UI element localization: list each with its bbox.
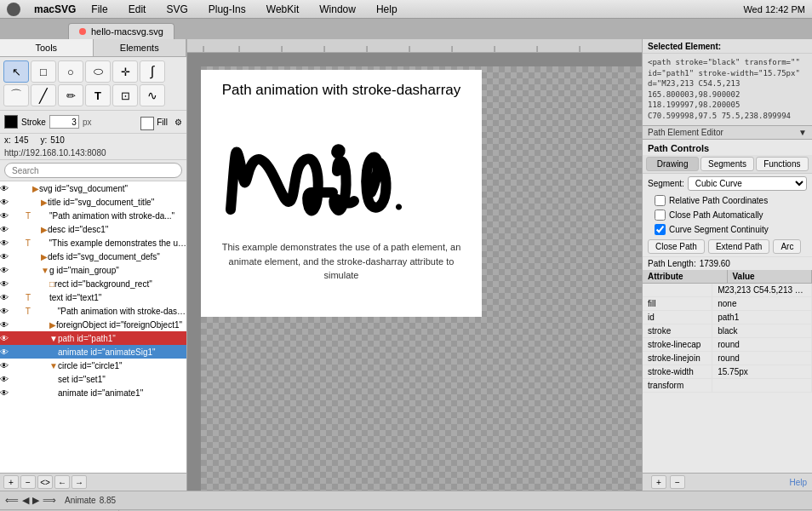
eye-icon: 👁 xyxy=(0,279,17,289)
right-button[interactable]: → xyxy=(71,475,87,489)
expand-icon[interactable]: ▼ xyxy=(798,128,807,137)
svg-document: Path animation with stroke-dasharray . T… xyxy=(201,70,482,317)
tree-label-text: animate id="animate1" xyxy=(32,388,143,398)
panel-tabs: Tools Elements xyxy=(0,39,186,57)
text-tool[interactable]: T xyxy=(85,84,111,106)
close-path-checkbox[interactable] xyxy=(655,210,666,221)
extend-path-button[interactable]: Extend Path xyxy=(708,239,769,254)
attr-row-id[interactable]: id path1 xyxy=(643,311,812,324)
rewind-button[interactable]: ⟸ xyxy=(5,495,19,506)
folder-icon: ▶ xyxy=(32,252,48,261)
play-back-button[interactable]: ◀ xyxy=(22,495,29,506)
attr-row-d[interactable]: M23,213 C54.5,213 165.8... xyxy=(643,284,812,297)
relative-path-checkbox[interactable] xyxy=(655,195,666,206)
tree-row-text[interactable]: 👁 T text id="text1" xyxy=(0,290,186,304)
menu-plugins[interactable]: Plug-Ins xyxy=(203,2,251,17)
tree-row-desc-text[interactable]: 👁 T "This example demonstrates the u..." xyxy=(0,236,186,250)
T-icon: T xyxy=(26,293,32,302)
tree-row-rect[interactable]: 👁 □ rect id="background_rect" xyxy=(0,277,186,290)
pen-tool[interactable]: ✏ xyxy=(58,84,83,106)
tree-row-g[interactable]: 👁 ▼ g id="main_group" xyxy=(0,263,186,277)
tree-row-circle1[interactable]: 👁 ▼ circle id="circle1" xyxy=(0,359,186,372)
tab-segments[interactable]: Segments xyxy=(700,157,753,171)
stroke-value-input[interactable] xyxy=(49,115,79,129)
tag-button[interactable]: <> xyxy=(37,475,53,489)
image-tool[interactable]: ⊡ xyxy=(112,84,138,106)
tab-elements[interactable]: Elements xyxy=(94,39,187,56)
path-tool[interactable]: ⌒ xyxy=(3,84,29,106)
tree-row-foreignobject[interactable]: 👁 ▶ foreignObject id="foreignObject1" xyxy=(0,318,186,331)
attr-row-fill[interactable]: fill none xyxy=(643,297,812,311)
forward-button[interactable]: ⟹ xyxy=(43,495,56,506)
menu-help[interactable]: Help xyxy=(371,2,403,17)
search-input[interactable] xyxy=(4,163,182,178)
curve-tool[interactable]: ∫ xyxy=(140,60,165,83)
checkbox-relative: Relative Path Coordinates xyxy=(643,193,812,208)
path-controls-header: Path Controls xyxy=(643,140,812,155)
attr-name: stroke-linejoin xyxy=(643,352,712,365)
left-button[interactable]: ← xyxy=(54,475,70,489)
eye-icon: 👁 xyxy=(0,293,17,302)
tree-row-title[interactable]: 👁 ▶ title id="svg_document_title" xyxy=(0,195,186,209)
select-tool[interactable]: ↖ xyxy=(3,60,29,83)
menu-bar-right: Wed 12:42 PM xyxy=(743,4,805,14)
tree-label-text: "This example demonstrates the u..." xyxy=(32,238,186,248)
tree-row-text-content[interactable]: 👁 T "Path animation with stroke-das..." xyxy=(0,304,186,318)
curve-continuity-label: Curve Segment Continuity xyxy=(669,225,769,234)
attr-row-stroke[interactable]: stroke black xyxy=(643,324,812,338)
folder-icon: ▶ xyxy=(32,225,48,234)
add-button[interactable]: + xyxy=(3,475,19,489)
eye-icon: 👁 xyxy=(0,388,17,398)
stroke-color-swatch[interactable] xyxy=(4,115,18,129)
curve-continuity-checkbox[interactable] xyxy=(655,224,666,235)
tab-functions[interactable]: Functions xyxy=(756,157,809,171)
tree-row-set[interactable]: 👁 set id="set1" xyxy=(0,372,186,386)
menu-window[interactable]: Window xyxy=(314,2,361,17)
checkbox-close-path: Close Path Automatically xyxy=(643,208,812,222)
attr-row-transform[interactable]: transform xyxy=(643,379,812,393)
rect-tool[interactable]: □ xyxy=(31,60,56,83)
attr-value xyxy=(712,379,812,392)
line-tool[interactable]: ╱ xyxy=(31,84,56,106)
menu-file[interactable]: File xyxy=(86,2,112,17)
remove-button[interactable]: − xyxy=(20,475,36,489)
settings-icon[interactable]: ⚙ xyxy=(174,118,182,127)
menu-edit[interactable]: Edit xyxy=(123,2,152,17)
attr-name xyxy=(643,284,712,296)
hello-svg: . xyxy=(214,107,469,227)
circle-tool[interactable]: ○ xyxy=(58,60,83,83)
menu-webkit[interactable]: WebKit xyxy=(261,2,304,17)
play-button[interactable]: ▶ xyxy=(32,495,39,506)
menu-svg[interactable]: SVG xyxy=(161,2,192,17)
move-tool[interactable]: ✛ xyxy=(112,60,138,83)
tree-row-desc[interactable]: 👁 ▶ desc id="desc1" xyxy=(0,222,186,236)
wave-tool[interactable]: ∿ xyxy=(140,84,165,106)
fill-color-swatch[interactable] xyxy=(140,117,154,130)
attr-row-stroke-width[interactable]: stroke-width 15.75px xyxy=(643,365,812,379)
ellipse-tool[interactable]: ⬭ xyxy=(85,60,111,83)
ruler-mark: | xyxy=(409,44,410,52)
attr-row-stroke-linecap[interactable]: stroke-linecap round xyxy=(643,338,812,352)
ruler-top: | | | | | | | | | | xyxy=(187,39,642,53)
tab-tools[interactable]: Tools xyxy=(0,39,94,56)
tree-row-path1[interactable]: 👁 ▼ path id="path1" xyxy=(0,331,186,345)
folder-icon: ▼ xyxy=(32,361,58,370)
help-button[interactable]: Help xyxy=(789,478,807,487)
tree-row-svg[interactable]: 👁 ▶ svg id="svg_document" xyxy=(0,181,186,195)
tree-row-animate1b[interactable]: 👁 animate id="animate1" xyxy=(0,386,186,399)
menu-bar: macSVG File Edit SVG Plug-Ins WebKit Win… xyxy=(0,0,812,19)
arc-button[interactable]: Arc xyxy=(773,239,801,254)
segment-select[interactable]: Cubic Curve Quadratic Curve Line Arc Mov… xyxy=(688,176,807,191)
tree-row-title-text[interactable]: 👁 T "Path animation with stroke-da..." xyxy=(0,209,186,222)
close-path-button[interactable]: Close Path xyxy=(648,239,705,254)
attr-remove-button[interactable]: − xyxy=(670,475,685,489)
canvas-area: | | | | | | | | | | Path animation with … xyxy=(187,39,642,491)
attr-add-button[interactable]: + xyxy=(651,475,666,489)
path-length-row: Path Length: 1739.60 xyxy=(643,256,812,270)
document-tab[interactable]: hello-macsvg.svg xyxy=(68,23,174,39)
attr-header: Attribute Value xyxy=(643,270,812,284)
tab-drawing[interactable]: Drawing xyxy=(646,157,699,171)
attr-row-stroke-linejoin[interactable]: stroke-linejoin round xyxy=(643,352,812,365)
tree-row-defs[interactable]: 👁 ▶ defs id="svg_document_defs" xyxy=(0,250,186,263)
tree-row-animate1[interactable]: 👁 animate id="animateSig1" xyxy=(0,345,186,359)
